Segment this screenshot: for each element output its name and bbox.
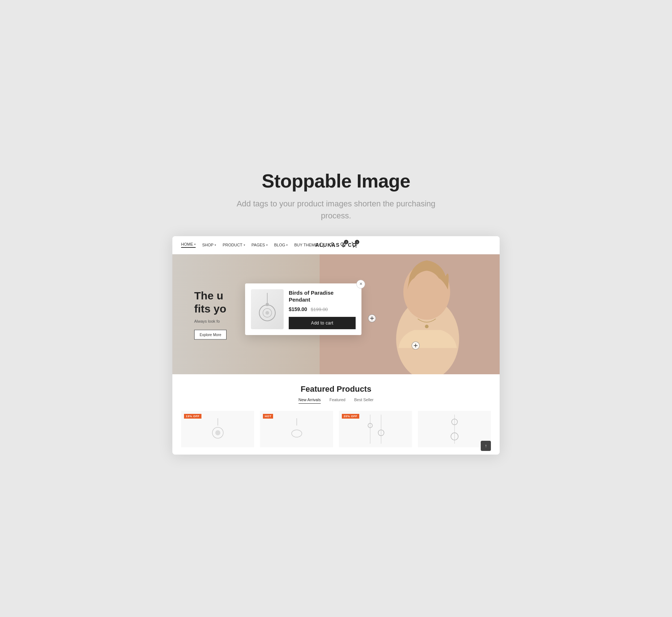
- product-card-3: 20% OFF: [339, 411, 412, 447]
- chevron-icon: ▾: [215, 243, 216, 247]
- nav-wrapper: HOME ▾ SHOP ▾ PRODUCT ▾ PAGES ▾: [181, 242, 491, 248]
- popup-close-button[interactable]: ✕: [356, 280, 365, 289]
- nav-item-product[interactable]: PRODUCT ▾: [223, 243, 245, 247]
- popup-product-info: Birds of Paradise Pendant $159.00 $199.0…: [289, 289, 356, 329]
- scroll-top-button[interactable]: ↑: [481, 441, 491, 451]
- tab-featured[interactable]: Featured: [329, 398, 345, 404]
- product-popup: ✕ Birds of Pa: [245, 283, 361, 335]
- nav-product-label: PRODUCT: [223, 243, 242, 247]
- chevron-icon: ▾: [286, 243, 288, 247]
- page-subtitle: Add tags to your product images shorten …: [231, 198, 441, 222]
- product-card-4: [418, 411, 491, 447]
- hero-text-section: Stoppable Image Add tags to your product…: [231, 163, 441, 225]
- chevron-icon: ▾: [194, 243, 196, 246]
- cart-icon-button[interactable]: 1: [351, 242, 357, 248]
- hero-headline: The u fits yo: [194, 289, 227, 315]
- nav-item-pages[interactable]: PAGES ▾: [252, 243, 268, 247]
- hero-subtext: Always look fo: [194, 319, 227, 323]
- tab-new-arrivals[interactable]: New Arrivals: [299, 398, 321, 404]
- product-tag-dot-2[interactable]: [412, 342, 420, 350]
- wishlist-icon-button[interactable]: 2: [340, 242, 346, 248]
- nav-item-blog[interactable]: BLOG ▾: [274, 243, 288, 247]
- chevron-icon: ▾: [244, 243, 245, 247]
- nav-pages-label: PAGES: [252, 243, 265, 247]
- product-card-image-4: [418, 411, 491, 447]
- chevron-icon: ▾: [266, 243, 268, 247]
- svg-point-23: [292, 430, 302, 437]
- nav-bar: HOME ▾ SHOP ▾ PRODUCT ▾ PAGES ▾: [172, 236, 500, 254]
- products-section: Featured Products New Arrivals Featured …: [172, 374, 500, 455]
- svg-point-21: [215, 430, 220, 435]
- hero-banner-content: The u fits yo Always look fo Explore Mor…: [194, 289, 227, 339]
- nav-left: HOME ▾ SHOP ▾ PRODUCT ▾ PAGES ▾: [181, 242, 319, 248]
- cart-badge: 1: [355, 240, 359, 244]
- product-card-2: HOT: [260, 411, 333, 447]
- nav-item-home[interactable]: HOME ▾: [181, 242, 196, 248]
- nav-home-label: HOME: [181, 242, 193, 246]
- popup-prices: $159.00 $199.00: [289, 306, 356, 312]
- hero-banner: The u fits yo Always look fo Explore Mor…: [172, 254, 500, 374]
- popup-old-price: $199.00: [311, 307, 328, 312]
- svg-point-0: [320, 243, 323, 246]
- products-tabs: New Arrivals Featured Best Seller: [181, 398, 491, 404]
- product-badge-1: 19% OFF: [184, 414, 201, 419]
- nav-buy-label: BUY THEME!: [294, 243, 319, 247]
- products-section-title: Featured Products: [181, 384, 491, 394]
- explore-more-button[interactable]: Explore More: [194, 330, 227, 339]
- tab-best-seller[interactable]: Best Seller: [354, 398, 373, 404]
- svg-point-17: [265, 311, 269, 315]
- popup-current-price: $159.00: [289, 306, 307, 312]
- account-icon-button[interactable]: [329, 242, 335, 248]
- svg-rect-18: [266, 303, 269, 306]
- page-wrapper: Stoppable Image Add tags to your product…: [172, 163, 500, 455]
- nav-item-shop[interactable]: SHOP ▾: [202, 243, 216, 247]
- wishlist-badge: 2: [344, 240, 348, 244]
- product-card-1: 19% OFF: [181, 411, 254, 447]
- svg-point-2: [331, 243, 333, 245]
- nav-shop-label: SHOP: [202, 243, 213, 247]
- svg-line-1: [323, 246, 324, 247]
- product-tag-dot-1[interactable]: [368, 314, 376, 322]
- popup-product-image: [251, 289, 284, 329]
- products-grid: 19% OFF HOT: [181, 411, 491, 447]
- page-title: Stoppable Image: [231, 170, 441, 192]
- popup-product-name: Birds of Paradise Pendant: [289, 289, 356, 303]
- search-icon-button[interactable]: [319, 242, 324, 248]
- add-to-cart-button[interactable]: Add to cart: [289, 317, 356, 329]
- browser-frame: HOME ▾ SHOP ▾ PRODUCT ▾ PAGES ▾: [172, 236, 500, 455]
- svg-point-9: [425, 324, 429, 328]
- svg-point-3: [353, 247, 353, 247]
- product-badge-3: 20% OFF: [342, 414, 359, 419]
- nav-blog-label: BLOG: [274, 243, 285, 247]
- nav-item-buy[interactable]: BUY THEME!: [294, 243, 319, 247]
- svg-point-4: [356, 247, 356, 247]
- product-badge-2: HOT: [263, 414, 273, 419]
